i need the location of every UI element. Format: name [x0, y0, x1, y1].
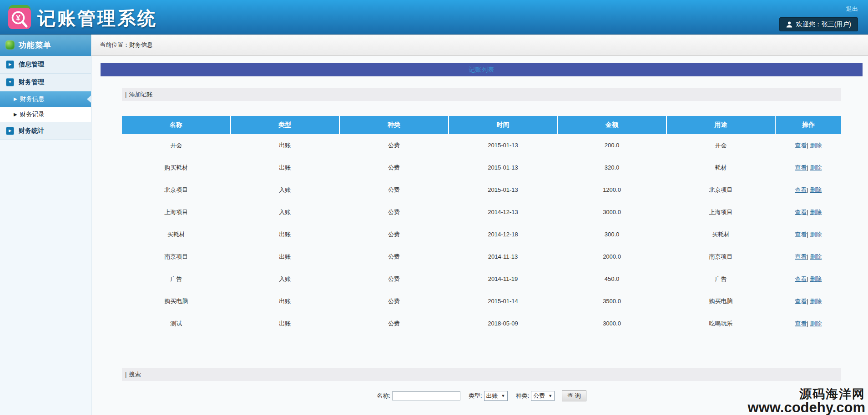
table-cell-actions: 查看| 删除	[775, 134, 841, 156]
table-row: 开会出账公费2015-01-13200.0开会查看| 删除	[122, 134, 841, 156]
collapsed-arrow-icon: ▶	[6, 60, 14, 69]
view-link[interactable]: 查看	[795, 320, 807, 327]
type-field-label: 类型:	[469, 392, 482, 400]
table-cell-actions: 查看| 删除	[775, 312, 841, 335]
table-cell: 上海项目	[122, 201, 231, 223]
table-cell: 测试	[122, 312, 231, 335]
view-link[interactable]: 查看	[795, 164, 807, 171]
sidebar-title: 功能菜单	[0, 34, 91, 56]
category-select-value: 公费	[533, 392, 545, 400]
table-body: 开会出账公费2015-01-13200.0开会查看| 删除购买耗材出账公费201…	[122, 134, 841, 335]
top-header: ¥ 记账管理系统 退出 欢迎您：张三(用户)	[0, 0, 868, 35]
delete-link[interactable]: 删除	[810, 320, 822, 327]
active-notch-icon	[87, 95, 91, 103]
sidebar-item-label: 财务管理	[19, 78, 44, 86]
table-cell: 出账	[231, 312, 340, 335]
table-cell: 3000.0	[557, 312, 666, 335]
delete-link[interactable]: 删除	[810, 164, 822, 171]
table-cell: 上海项目	[666, 201, 776, 223]
collapsed-arrow-icon: ▶	[6, 127, 14, 135]
delete-link[interactable]: 删除	[810, 209, 822, 215]
table-cell: 开会	[122, 134, 231, 156]
column-header: 金额	[557, 116, 666, 134]
bar-prefix: |	[125, 371, 126, 378]
table-cell: 2014-12-18	[449, 223, 558, 245]
category-field-label: 种类:	[516, 392, 530, 400]
view-link[interactable]: 查看	[795, 253, 807, 260]
view-link[interactable]: 查看	[795, 142, 807, 149]
main-content: 记账列表 |添加记账 名称类型种类时间金额用途操作 开会出账公费2015-01-…	[91, 56, 868, 415]
sidebar-title-label: 功能菜单	[19, 40, 51, 50]
watermark-site-name: 源码海洋网	[748, 388, 865, 401]
table-cell: 广告	[122, 268, 231, 290]
table-cell: 公费	[339, 245, 449, 268]
delete-link[interactable]: 删除	[810, 298, 822, 305]
table-row: 购买电脑出账公费2015-01-143500.0购买电脑查看| 删除	[122, 290, 841, 312]
view-link[interactable]: 查看	[795, 275, 807, 282]
table-cell: 入账	[231, 179, 340, 201]
expanded-arrow-icon: ▼	[6, 78, 14, 86]
view-link[interactable]: 查看	[795, 298, 807, 305]
sidebar-item-finance-statistics[interactable]: ▶ 财务统计	[0, 122, 91, 140]
view-link[interactable]: 查看	[795, 186, 807, 193]
table-cell: 2014-11-19	[449, 268, 558, 290]
table-cell: 2015-01-13	[449, 134, 558, 156]
records-table: 名称类型种类时间金额用途操作 开会出账公费2015-01-13200.0开会查看…	[122, 116, 841, 335]
table-cell: 耗材	[666, 156, 776, 179]
name-input[interactable]	[392, 391, 460, 400]
table-row: 北京项目入账公费2015-01-131200.0北京项目查看| 删除	[122, 179, 841, 201]
list-banner-title: 记账列表	[101, 63, 863, 76]
table-cell: 购买耗材	[122, 156, 231, 179]
delete-link[interactable]: 删除	[810, 186, 822, 193]
table-cell: 入账	[231, 201, 340, 223]
breadcrumb: 当前位置：财务信息	[91, 34, 868, 56]
sidebar-item-label: 财务统计	[19, 127, 44, 135]
menu-hex-icon	[5, 40, 15, 50]
search-form: 名称: 类型: 出账 ▼ 种类: 公费 ▼ 查 询	[122, 390, 841, 401]
table-cell: 3000.0	[557, 201, 666, 223]
column-header: 种类	[339, 116, 449, 134]
table-cell: 吃喝玩乐	[666, 312, 776, 335]
table-cell-actions: 查看| 删除	[775, 179, 841, 201]
svg-text:¥: ¥	[16, 14, 20, 22]
table-cell: 出账	[231, 223, 340, 245]
table-cell: 出账	[231, 156, 340, 179]
logout-link[interactable]: 退出	[846, 5, 858, 13]
table-cell-actions: 查看| 删除	[775, 290, 841, 312]
view-link[interactable]: 查看	[795, 231, 807, 238]
table-row: 上海项目入账公费2014-12-133000.0上海项目查看| 删除	[122, 201, 841, 223]
add-record-bar: |添加记账	[122, 88, 841, 101]
table-cell: 出账	[231, 134, 340, 156]
search-section-label: 搜索	[129, 371, 141, 378]
table-cell: 公费	[339, 156, 449, 179]
table-row: 购买耗材出账公费2015-01-13320.0耗材查看| 删除	[122, 156, 841, 179]
table-cell: 2000.0	[557, 245, 666, 268]
column-header: 用途	[666, 116, 776, 134]
sidebar-subitem-finance-info[interactable]: ▶ 财务信息	[0, 91, 91, 107]
sidebar-item-finance-management[interactable]: ▼ 财务管理	[0, 74, 91, 91]
table-cell-actions: 查看| 删除	[775, 156, 841, 179]
sidebar-subitem-finance-records[interactable]: ▶ 财务记录	[0, 107, 91, 122]
table-cell: 入账	[231, 268, 340, 290]
table-cell: 南京项目	[122, 245, 231, 268]
delete-link[interactable]: 删除	[810, 253, 822, 260]
sidebar-item-info-management[interactable]: ▶ 信息管理	[0, 56, 91, 74]
category-select[interactable]: 公费 ▼	[531, 391, 555, 401]
table-cell: 买耗材	[666, 223, 776, 245]
view-link[interactable]: 查看	[795, 209, 807, 215]
table-cell: 南京项目	[666, 245, 776, 268]
delete-link[interactable]: 删除	[810, 142, 822, 149]
query-button[interactable]: 查 询	[562, 390, 586, 401]
delete-link[interactable]: 删除	[810, 275, 822, 282]
table-cell: 2015-01-13	[449, 179, 558, 201]
add-record-link[interactable]: 添加记账	[129, 91, 152, 98]
table-cell: 2014-11-13	[449, 245, 558, 268]
site-watermark: 源码海洋网 www.codehy.com	[748, 388, 865, 415]
delete-link[interactable]: 删除	[810, 231, 822, 238]
table-cell: 2018-05-09	[449, 312, 558, 335]
type-select[interactable]: 出账 ▼	[484, 391, 508, 401]
table-cell: 公费	[339, 134, 449, 156]
search-section-bar: |搜索	[122, 368, 841, 381]
table-cell: 1200.0	[557, 179, 666, 201]
subitem-arrow-icon: ▶	[14, 96, 17, 101]
